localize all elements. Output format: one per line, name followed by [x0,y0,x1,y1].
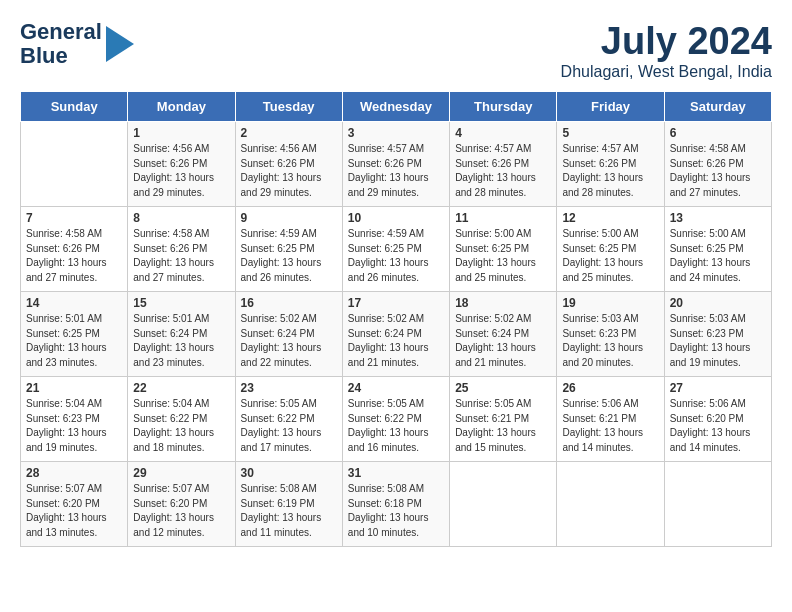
cell-info: Sunrise: 5:02 AM Sunset: 6:24 PM Dayligh… [241,312,337,370]
day-number: 21 [26,381,122,395]
calendar-cell: 18Sunrise: 5:02 AM Sunset: 6:24 PM Dayli… [450,292,557,377]
cell-info: Sunrise: 4:57 AM Sunset: 6:26 PM Dayligh… [455,142,551,200]
calendar-cell: 29Sunrise: 5:07 AM Sunset: 6:20 PM Dayli… [128,462,235,547]
cell-info: Sunrise: 5:00 AM Sunset: 6:25 PM Dayligh… [670,227,766,285]
day-number: 6 [670,126,766,140]
calendar-cell: 28Sunrise: 5:07 AM Sunset: 6:20 PM Dayli… [21,462,128,547]
cell-info: Sunrise: 5:07 AM Sunset: 6:20 PM Dayligh… [133,482,229,540]
calendar-cell: 26Sunrise: 5:06 AM Sunset: 6:21 PM Dayli… [557,377,664,462]
day-number: 15 [133,296,229,310]
day-number: 31 [348,466,444,480]
location-subtitle: Dhulagari, West Bengal, India [561,63,772,81]
calendar-cell: 1Sunrise: 4:56 AM Sunset: 6:26 PM Daylig… [128,122,235,207]
day-number: 26 [562,381,658,395]
week-row-1: 1Sunrise: 4:56 AM Sunset: 6:26 PM Daylig… [21,122,772,207]
cell-info: Sunrise: 4:56 AM Sunset: 6:26 PM Dayligh… [133,142,229,200]
cell-info: Sunrise: 5:08 AM Sunset: 6:19 PM Dayligh… [241,482,337,540]
day-number: 13 [670,211,766,225]
day-number: 3 [348,126,444,140]
calendar-header-row: SundayMondayTuesdayWednesdayThursdayFrid… [21,92,772,122]
cell-info: Sunrise: 4:58 AM Sunset: 6:26 PM Dayligh… [26,227,122,285]
column-header-monday: Monday [128,92,235,122]
column-header-friday: Friday [557,92,664,122]
column-header-saturday: Saturday [664,92,771,122]
calendar-cell: 31Sunrise: 5:08 AM Sunset: 6:18 PM Dayli… [342,462,449,547]
week-row-3: 14Sunrise: 5:01 AM Sunset: 6:25 PM Dayli… [21,292,772,377]
day-number: 1 [133,126,229,140]
cell-info: Sunrise: 4:59 AM Sunset: 6:25 PM Dayligh… [241,227,337,285]
calendar-cell: 3Sunrise: 4:57 AM Sunset: 6:26 PM Daylig… [342,122,449,207]
column-header-tuesday: Tuesday [235,92,342,122]
week-row-2: 7Sunrise: 4:58 AM Sunset: 6:26 PM Daylig… [21,207,772,292]
logo-icon [106,26,134,62]
day-number: 23 [241,381,337,395]
cell-info: Sunrise: 5:05 AM Sunset: 6:21 PM Dayligh… [455,397,551,455]
cell-info: Sunrise: 5:06 AM Sunset: 6:21 PM Dayligh… [562,397,658,455]
day-number: 30 [241,466,337,480]
calendar-cell: 27Sunrise: 5:06 AM Sunset: 6:20 PM Dayli… [664,377,771,462]
cell-info: Sunrise: 5:00 AM Sunset: 6:25 PM Dayligh… [455,227,551,285]
calendar-cell: 2Sunrise: 4:56 AM Sunset: 6:26 PM Daylig… [235,122,342,207]
cell-info: Sunrise: 4:58 AM Sunset: 6:26 PM Dayligh… [133,227,229,285]
calendar-cell: 25Sunrise: 5:05 AM Sunset: 6:21 PM Dayli… [450,377,557,462]
day-number: 9 [241,211,337,225]
calendar-cell: 8Sunrise: 4:58 AM Sunset: 6:26 PM Daylig… [128,207,235,292]
day-number: 7 [26,211,122,225]
cell-info: Sunrise: 5:06 AM Sunset: 6:20 PM Dayligh… [670,397,766,455]
logo: General Blue [20,20,134,68]
calendar-cell: 4Sunrise: 4:57 AM Sunset: 6:26 PM Daylig… [450,122,557,207]
column-header-sunday: Sunday [21,92,128,122]
page-header: General Blue July 2024 Dhulagari, West B… [20,20,772,81]
svg-marker-0 [106,26,134,62]
day-number: 27 [670,381,766,395]
day-number: 19 [562,296,658,310]
day-number: 18 [455,296,551,310]
calendar-cell [450,462,557,547]
calendar-cell: 14Sunrise: 5:01 AM Sunset: 6:25 PM Dayli… [21,292,128,377]
day-number: 4 [455,126,551,140]
calendar-cell: 11Sunrise: 5:00 AM Sunset: 6:25 PM Dayli… [450,207,557,292]
calendar-cell: 22Sunrise: 5:04 AM Sunset: 6:22 PM Dayli… [128,377,235,462]
calendar-cell: 9Sunrise: 4:59 AM Sunset: 6:25 PM Daylig… [235,207,342,292]
column-header-wednesday: Wednesday [342,92,449,122]
cell-info: Sunrise: 4:57 AM Sunset: 6:26 PM Dayligh… [348,142,444,200]
day-number: 8 [133,211,229,225]
cell-info: Sunrise: 5:03 AM Sunset: 6:23 PM Dayligh… [670,312,766,370]
calendar-cell: 24Sunrise: 5:05 AM Sunset: 6:22 PM Dayli… [342,377,449,462]
calendar-cell [664,462,771,547]
calendar-cell: 10Sunrise: 4:59 AM Sunset: 6:25 PM Dayli… [342,207,449,292]
calendar-cell: 20Sunrise: 5:03 AM Sunset: 6:23 PM Dayli… [664,292,771,377]
day-number: 24 [348,381,444,395]
day-number: 29 [133,466,229,480]
cell-info: Sunrise: 4:59 AM Sunset: 6:25 PM Dayligh… [348,227,444,285]
cell-info: Sunrise: 5:05 AM Sunset: 6:22 PM Dayligh… [348,397,444,455]
cell-info: Sunrise: 5:04 AM Sunset: 6:22 PM Dayligh… [133,397,229,455]
calendar-cell [557,462,664,547]
day-number: 2 [241,126,337,140]
week-row-5: 28Sunrise: 5:07 AM Sunset: 6:20 PM Dayli… [21,462,772,547]
cell-info: Sunrise: 5:01 AM Sunset: 6:24 PM Dayligh… [133,312,229,370]
cell-info: Sunrise: 5:05 AM Sunset: 6:22 PM Dayligh… [241,397,337,455]
cell-info: Sunrise: 5:07 AM Sunset: 6:20 PM Dayligh… [26,482,122,540]
day-number: 25 [455,381,551,395]
cell-info: Sunrise: 5:02 AM Sunset: 6:24 PM Dayligh… [455,312,551,370]
column-header-thursday: Thursday [450,92,557,122]
cell-info: Sunrise: 5:02 AM Sunset: 6:24 PM Dayligh… [348,312,444,370]
calendar-cell: 7Sunrise: 4:58 AM Sunset: 6:26 PM Daylig… [21,207,128,292]
calendar-cell [21,122,128,207]
day-number: 11 [455,211,551,225]
calendar-cell: 6Sunrise: 4:58 AM Sunset: 6:26 PM Daylig… [664,122,771,207]
logo-text: General Blue [20,20,102,68]
day-number: 12 [562,211,658,225]
calendar-cell: 16Sunrise: 5:02 AM Sunset: 6:24 PM Dayli… [235,292,342,377]
day-number: 14 [26,296,122,310]
month-year-title: July 2024 [561,20,772,63]
day-number: 28 [26,466,122,480]
calendar-cell: 13Sunrise: 5:00 AM Sunset: 6:25 PM Dayli… [664,207,771,292]
day-number: 10 [348,211,444,225]
calendar-cell: 12Sunrise: 5:00 AM Sunset: 6:25 PM Dayli… [557,207,664,292]
cell-info: Sunrise: 5:03 AM Sunset: 6:23 PM Dayligh… [562,312,658,370]
calendar-cell: 19Sunrise: 5:03 AM Sunset: 6:23 PM Dayli… [557,292,664,377]
calendar-cell: 5Sunrise: 4:57 AM Sunset: 6:26 PM Daylig… [557,122,664,207]
day-number: 17 [348,296,444,310]
